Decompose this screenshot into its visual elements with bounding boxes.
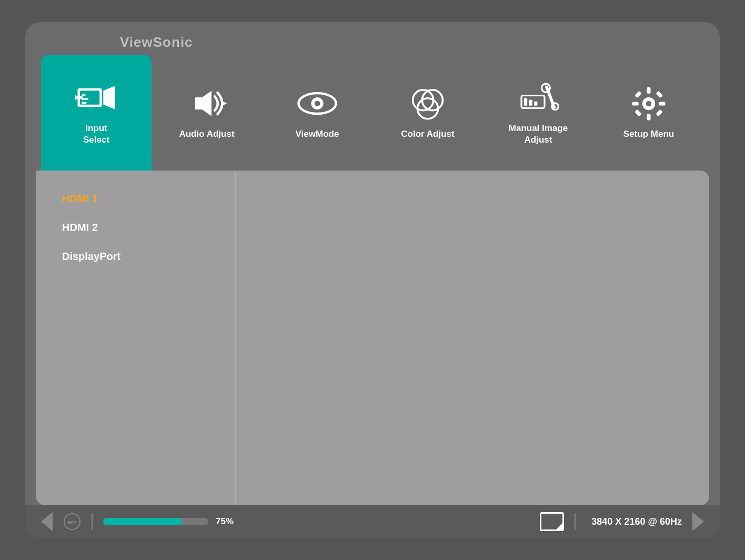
input-select-left-panel: HDMI 1 HDMI 2 DisplayPort — [36, 171, 236, 505]
nav-label-setup-menu: Setup Menu — [623, 128, 674, 140]
aspect-ratio-icon — [540, 512, 564, 531]
nav-item-setup-menu[interactable]: Setup Menu — [593, 55, 704, 171]
nav-item-color-adjust[interactable]: Color Adjust — [372, 55, 483, 171]
progress-bar-container: 75% — [103, 516, 234, 527]
progress-bar-track — [103, 518, 208, 525]
color-adjust-icon — [407, 85, 449, 122]
nav-item-audio-adjust[interactable]: Audio Adjust — [152, 55, 262, 171]
svg-marker-2 — [103, 86, 115, 109]
svg-text:eco: eco — [67, 519, 77, 525]
svg-rect-5 — [82, 102, 86, 104]
svg-rect-17 — [524, 98, 527, 106]
setup-menu-icon — [628, 85, 670, 122]
svg-point-24 — [646, 101, 652, 107]
svg-rect-18 — [529, 100, 532, 106]
nav-row: InputSelect Audio Adjust — [25, 55, 720, 171]
nav-item-input-select[interactable]: InputSelect — [41, 55, 152, 171]
monitor-frame: ViewSonic Input — [25, 22, 720, 538]
chevron-left-icon — [41, 512, 53, 531]
nav-item-viewmode[interactable]: ViewMode — [262, 55, 372, 171]
audio-adjust-icon — [186, 85, 228, 122]
nav-label-viewmode: ViewMode — [296, 128, 339, 140]
logo-tab: ViewSonic — [99, 29, 214, 55]
svg-rect-28 — [659, 102, 665, 105]
resolution-text: 3840 X 2160 @ 60Hz — [591, 516, 682, 527]
manual-image-adjust-icon — [517, 79, 559, 116]
svg-rect-6 — [76, 96, 83, 99]
svg-rect-4 — [82, 98, 88, 101]
input-select-right-panel — [236, 171, 709, 505]
nav-label-audio-adjust: Audio Adjust — [179, 128, 234, 140]
nav-label-manual-image-adjust: Manual ImageAdjust — [509, 123, 568, 146]
brand-logo: ViewSonic — [120, 34, 193, 50]
eco-icon: eco — [63, 513, 81, 531]
svg-point-12 — [315, 101, 320, 107]
svg-rect-30 — [656, 91, 663, 98]
menu-item-hdmi2[interactable]: HDMI 2 — [57, 215, 214, 240]
viewmode-icon — [296, 85, 338, 122]
svg-marker-8 — [195, 91, 212, 116]
status-divider-1 — [92, 513, 93, 530]
nav-label-color-adjust: Color Adjust — [401, 128, 454, 140]
svg-rect-3 — [82, 95, 85, 97]
input-select-icon — [75, 79, 117, 116]
svg-marker-9 — [222, 102, 227, 106]
svg-marker-7 — [75, 95, 76, 101]
content-area: HDMI 1 HDMI 2 DisplayPort — [36, 171, 709, 505]
top-bar: ViewSonic — [25, 22, 720, 55]
svg-rect-31 — [635, 109, 642, 117]
menu-item-displayport[interactable]: DisplayPort — [57, 244, 214, 269]
nav-label-input-select: InputSelect — [83, 123, 109, 146]
nav-item-manual-image-adjust[interactable]: Manual ImageAdjust — [483, 55, 593, 171]
progress-label: 75% — [216, 516, 234, 527]
svg-rect-26 — [647, 114, 651, 120]
svg-rect-27 — [632, 102, 639, 105]
svg-rect-19 — [534, 102, 537, 106]
status-divider-2 — [575, 513, 576, 530]
status-bar: eco 75% 3840 X 2160 @ 60Hz — [25, 505, 720, 538]
svg-rect-25 — [647, 87, 651, 93]
chevron-right-icon — [692, 512, 704, 531]
progress-bar-fill — [103, 518, 182, 525]
svg-rect-29 — [635, 91, 642, 98]
menu-item-hdmi1[interactable]: HDMI 1 — [57, 186, 214, 211]
svg-rect-32 — [656, 109, 663, 117]
